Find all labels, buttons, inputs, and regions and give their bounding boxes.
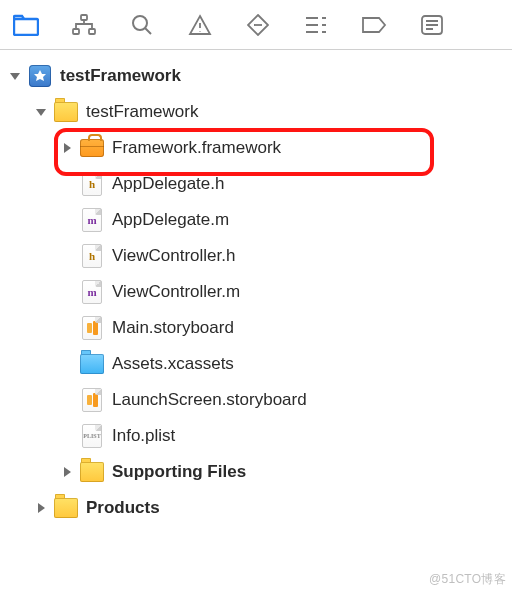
breakpoint-navigator-tab[interactable]: [356, 7, 392, 43]
project-root-row[interactable]: testFramework: [0, 58, 512, 94]
file-label: Supporting Files: [112, 462, 246, 482]
find-navigator-tab[interactable]: [124, 7, 160, 43]
folder-row-products[interactable]: Products: [0, 490, 512, 526]
folder-row-supporting-files[interactable]: Supporting Files: [0, 454, 512, 490]
svg-rect-3: [89, 29, 95, 34]
implementation-file-icon: m: [80, 280, 104, 304]
header-file-icon: h: [80, 244, 104, 268]
assets-folder-icon: [80, 352, 104, 376]
folder-icon: [54, 100, 78, 124]
svg-rect-2: [73, 29, 79, 34]
file-row-viewcontroller-h[interactable]: h ViewController.h: [0, 238, 512, 274]
svg-rect-1: [81, 15, 87, 20]
file-row-appdelegate-h[interactable]: h AppDelegate.h: [0, 166, 512, 202]
disclosure-triangle-right-icon[interactable]: [60, 465, 74, 479]
group-name-label: testFramework: [86, 102, 198, 122]
navigator-toolbar: [0, 0, 512, 50]
file-label: LaunchScreen.storyboard: [112, 390, 307, 410]
watermark-text: @51CTO博客: [429, 571, 506, 588]
report-navigator-tab[interactable]: [414, 7, 450, 43]
test-navigator-tab[interactable]: [240, 7, 276, 43]
file-label: AppDelegate.m: [112, 210, 229, 230]
disclosure-triangle-down-icon[interactable]: [34, 105, 48, 119]
file-label: Assets.xcassets: [112, 354, 234, 374]
file-row-framework[interactable]: Framework.framework: [0, 130, 512, 166]
storyboard-file-icon: [80, 388, 104, 412]
svg-point-4: [133, 16, 147, 30]
disclosure-triangle-right-icon[interactable]: [34, 501, 48, 515]
file-label: ViewController.m: [112, 282, 240, 302]
debug-navigator-tab[interactable]: [298, 7, 334, 43]
file-row-launchscreen[interactable]: LaunchScreen.storyboard: [0, 382, 512, 418]
project-tree: testFramework testFramework Framework.fr…: [0, 50, 512, 526]
header-file-icon: h: [80, 172, 104, 196]
file-label: Info.plist: [112, 426, 175, 446]
disclosure-triangle-down-icon[interactable]: [8, 69, 22, 83]
source-control-navigator-tab[interactable]: [66, 7, 102, 43]
folder-icon: [80, 460, 104, 484]
framework-toolbox-icon: [80, 136, 104, 160]
file-row-appdelegate-m[interactable]: m AppDelegate.m: [0, 202, 512, 238]
file-row-assets[interactable]: Assets.xcassets: [0, 346, 512, 382]
plist-file-icon: PLIST: [80, 424, 104, 448]
products-label: Products: [86, 498, 160, 518]
implementation-file-icon: m: [80, 208, 104, 232]
issue-navigator-tab[interactable]: [182, 7, 218, 43]
file-label: Framework.framework: [112, 138, 281, 158]
folder-icon: [54, 496, 78, 520]
file-row-infoplist[interactable]: PLIST Info.plist: [0, 418, 512, 454]
project-navigator-tab[interactable]: [8, 7, 44, 43]
svg-rect-0: [14, 19, 38, 35]
project-name-label: testFramework: [60, 66, 181, 86]
file-label: ViewController.h: [112, 246, 235, 266]
disclosure-triangle-right-icon[interactable]: [60, 141, 74, 155]
file-label: Main.storyboard: [112, 318, 234, 338]
file-row-main-storyboard[interactable]: Main.storyboard: [0, 310, 512, 346]
xcode-project-icon: [28, 64, 52, 88]
file-row-viewcontroller-m[interactable]: m ViewController.m: [0, 274, 512, 310]
group-folder-row[interactable]: testFramework: [0, 94, 512, 130]
storyboard-file-icon: [80, 316, 104, 340]
file-label: AppDelegate.h: [112, 174, 224, 194]
